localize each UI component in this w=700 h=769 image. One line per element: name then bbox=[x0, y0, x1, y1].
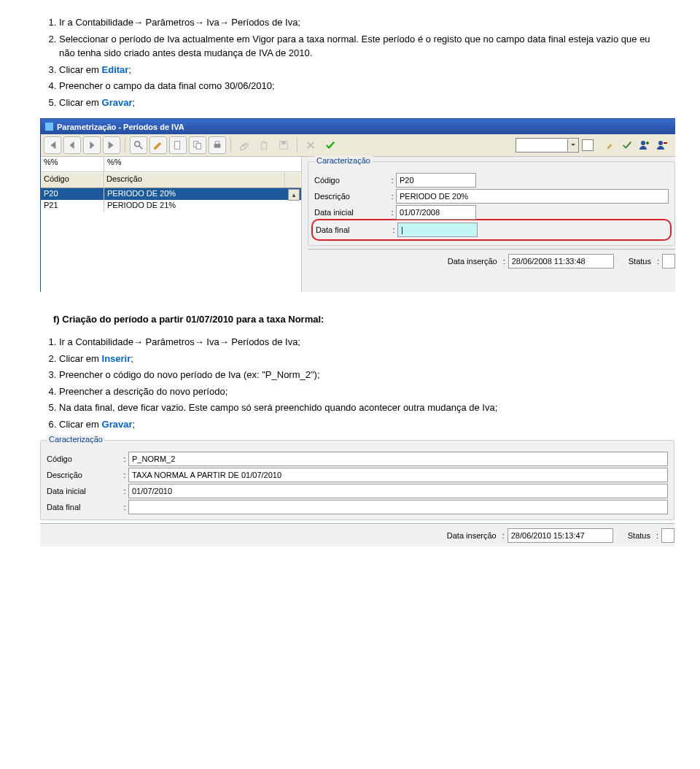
colon: : bbox=[121, 503, 128, 511]
save-button[interactable] bbox=[275, 136, 292, 154]
checkbox[interactable] bbox=[582, 139, 594, 151]
filter-descricao[interactable]: %% bbox=[104, 157, 301, 171]
new-button[interactable] bbox=[169, 136, 187, 154]
instructions-bottom: Ir a Contabilidade→ Parâmetros→ Iva→ Per… bbox=[40, 335, 660, 431]
cell-descricao: PERIODO DE 20% bbox=[104, 188, 285, 200]
toolbar-right-group bbox=[516, 138, 672, 152]
txt: Períodos de Iva; bbox=[229, 336, 300, 347]
txt: Clicar em bbox=[59, 419, 102, 430]
cancel-button[interactable] bbox=[302, 136, 319, 154]
label-descricao: Descrição bbox=[47, 471, 121, 479]
label-status: Status bbox=[628, 531, 650, 540]
edit-button[interactable] bbox=[149, 136, 167, 154]
action-gravar: Gravar bbox=[102, 419, 133, 430]
svg-point-9 bbox=[641, 141, 645, 145]
legend: Caracterização bbox=[47, 435, 105, 444]
input-data-final[interactable] bbox=[128, 500, 668, 514]
brush-icon[interactable] bbox=[602, 138, 617, 152]
chevron-down-icon bbox=[567, 139, 578, 151]
form-footer: Data inserção : 28/06/2008 11:33:48 Stat… bbox=[308, 249, 675, 272]
nav-next-button[interactable] bbox=[83, 136, 101, 154]
window-titlebar: Parametrização - Períodos de IVA bbox=[41, 119, 675, 134]
input-descricao[interactable]: TAXA NORMAL A PARTIR DE 01/07/2010 bbox=[128, 468, 668, 482]
delete-button[interactable] bbox=[255, 136, 273, 154]
svg-point-0 bbox=[135, 142, 140, 147]
value-status bbox=[662, 254, 675, 268]
txt: Ir a Contabilidade bbox=[59, 17, 133, 28]
input-descricao[interactable]: PERIODO DE 20% bbox=[396, 189, 669, 204]
right-pane: Caracterização Código : P20 Descrição : … bbox=[302, 157, 675, 292]
label-data-inicial: Data inicial bbox=[47, 487, 121, 495]
value-status bbox=[661, 528, 674, 543]
app-window-caracterizacao-2: Caracterização Código : P_NORM_2 Descriç… bbox=[40, 440, 674, 546]
txt: ; bbox=[131, 353, 133, 364]
user-add-icon[interactable] bbox=[637, 138, 652, 152]
action-inserir: Inserir bbox=[102, 353, 131, 364]
scroll-up-icon[interactable]: ▲ bbox=[288, 189, 300, 201]
svg-rect-6 bbox=[262, 143, 267, 150]
svg-point-10 bbox=[658, 141, 663, 145]
arrow-icon: → bbox=[219, 17, 229, 28]
form-row-codigo: Código : P20 bbox=[314, 172, 669, 188]
col-descricao[interactable]: Descrição bbox=[103, 173, 284, 188]
nav-last-button[interactable] bbox=[103, 136, 120, 154]
input-codigo[interactable]: P20 bbox=[396, 173, 476, 188]
section-f-title: f) Criação do período a partir 01/07/201… bbox=[53, 314, 660, 325]
form-row-data-inicial: Data inicial : 01/07/2008 bbox=[314, 204, 669, 220]
user-remove-icon[interactable] bbox=[655, 138, 669, 152]
txt: Clicar em bbox=[59, 353, 102, 364]
form-row-data-final: Data final : | bbox=[313, 222, 670, 238]
colon: : bbox=[389, 208, 396, 217]
filter-codigo[interactable]: %% bbox=[41, 157, 104, 171]
form-row-descricao: Descrição : PERIODO DE 20% bbox=[314, 188, 669, 204]
app-window-periodos-iva: Parametrização - Períodos de IVA bbox=[40, 118, 675, 292]
txt: Parâmetros bbox=[143, 336, 195, 347]
instructions-top: Ir a Contabilidade→ Parâmetros→ Iva→ Per… bbox=[40, 15, 660, 109]
table-row[interactable]: P21 PERIODO DE 21% bbox=[41, 200, 301, 212]
col-codigo[interactable]: Código bbox=[41, 173, 103, 188]
arrow-icon: → bbox=[219, 336, 229, 347]
txt: Parâmetros bbox=[143, 17, 195, 28]
nav-prev-button[interactable] bbox=[63, 136, 81, 154]
confirm-button[interactable] bbox=[322, 136, 339, 154]
form-row-data-inicial: Data inicial : 01/07/2010 bbox=[47, 483, 668, 499]
input-data-final[interactable]: | bbox=[397, 223, 478, 237]
txt: Clicar em bbox=[59, 97, 102, 108]
toolbar bbox=[41, 134, 675, 157]
label-codigo: Código bbox=[314, 176, 389, 185]
nav-first-button[interactable] bbox=[44, 136, 61, 154]
approve-icon[interactable] bbox=[620, 138, 634, 152]
input-codigo[interactable]: P_NORM_2 bbox=[128, 452, 668, 466]
txt: Ir a Contabilidade bbox=[59, 336, 133, 347]
table-row[interactable]: P20 PERIODO DE 20% ▲ bbox=[41, 188, 301, 200]
instr-b3: Preencher o código do novo período de Iv… bbox=[59, 368, 660, 382]
svg-rect-3 bbox=[196, 143, 201, 149]
svg-rect-4 bbox=[214, 144, 221, 147]
txt: Períodos de Iva; bbox=[229, 17, 300, 28]
form-row-descricao: Descrição : TAXA NORMAL A PARTIR DE 01/0… bbox=[47, 467, 668, 483]
print-button[interactable] bbox=[209, 136, 226, 154]
input-data-inicial[interactable]: 01/07/2008 bbox=[396, 205, 476, 220]
search-button[interactable] bbox=[130, 136, 147, 154]
grid-header: Código Descrição bbox=[41, 172, 301, 188]
attach-button[interactable] bbox=[236, 136, 253, 154]
label-data-inicial: Data inicial bbox=[314, 208, 389, 217]
input-data-inicial[interactable]: 01/07/2010 bbox=[128, 484, 668, 498]
window-title: Parametrização - Períodos de IVA bbox=[57, 123, 184, 131]
combo-dropdown[interactable] bbox=[516, 138, 579, 152]
action-editar: Editar bbox=[102, 64, 129, 75]
txt: Clicar em bbox=[59, 64, 102, 75]
window-body: %% %% Código Descrição P20 PERIODO DE 20… bbox=[41, 157, 675, 292]
colon: : bbox=[499, 531, 508, 540]
window-icon bbox=[45, 123, 53, 131]
highlight-ellipse: Data final : | bbox=[311, 219, 672, 241]
label-data-insercao: Data inserção bbox=[435, 257, 500, 266]
copy-button[interactable] bbox=[189, 136, 206, 154]
section-title: f) Criação do período a partir 01/07/201… bbox=[53, 314, 324, 325]
instr-3: Clicar em Editar; bbox=[59, 63, 660, 77]
instr-2: Seleccionar o período de Iva actualmente… bbox=[59, 32, 660, 61]
colon: : bbox=[653, 531, 661, 540]
col-scroll bbox=[284, 173, 301, 188]
value-data-insercao: 28/06/2008 11:33:48 bbox=[508, 254, 614, 268]
colon: : bbox=[121, 471, 128, 479]
